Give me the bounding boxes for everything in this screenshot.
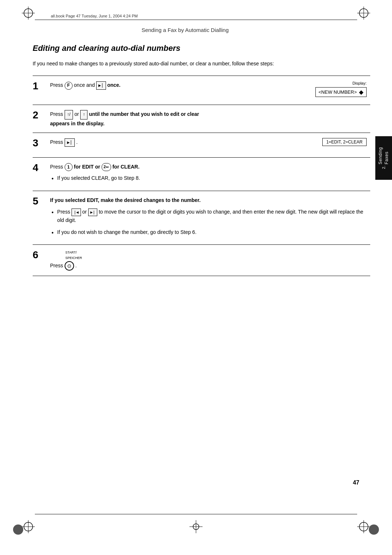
step-6: 6 START/SPEICHER Press ⊙ . bbox=[33, 245, 370, 276]
top-bar-line bbox=[35, 20, 357, 20]
step-4-for-edit: for EDIT or bbox=[74, 164, 102, 170]
step-5-bullet-2-text: If you do not wish to change the number,… bbox=[57, 228, 197, 236]
intro-text: If you need to make changes to a previou… bbox=[33, 60, 294, 68]
step-4-num1: 1 bbox=[65, 163, 73, 171]
display-box: <NEW NUMBER> ◆ bbox=[315, 87, 367, 97]
step-3-icon: ▶| bbox=[65, 138, 75, 147]
step-1-f-button: F bbox=[65, 82, 73, 90]
display-label: Display: bbox=[315, 81, 367, 85]
side-tab-number: 2. bbox=[381, 166, 386, 169]
corner-mark-bl bbox=[22, 520, 35, 533]
step-1-number: 1 bbox=[33, 81, 47, 91]
corner-mark-tr bbox=[357, 7, 370, 20]
step-5-icon1: |◀ bbox=[72, 208, 81, 216]
bottom-bar-line bbox=[35, 514, 357, 514]
step-2-icon2: ↑ bbox=[80, 110, 87, 119]
step-4-content: Press 1 for EDIT or 2ac for CLEAR. • If … bbox=[50, 163, 370, 186]
step-6-label: START/SPEICHER bbox=[65, 250, 370, 260]
step-3-number: 3 bbox=[33, 138, 47, 148]
step-2-rest: until the number that you wish to edit o… bbox=[89, 112, 199, 117]
step-6-number: 6 bbox=[33, 250, 47, 260]
step-5-content: If you selected EDIT, make the desired c… bbox=[50, 196, 370, 239]
step-2-content: Press ↑/ or ↑ until the number that you … bbox=[50, 110, 370, 127]
step-6-dot: . bbox=[75, 263, 77, 268]
step-2-press: Press bbox=[50, 112, 65, 117]
bullet-dot: • bbox=[52, 174, 54, 183]
side-tab: SendingFaxes 2. bbox=[375, 136, 392, 180]
corner-mark-br bbox=[357, 520, 370, 533]
step-4-for-clear: for CLEAR. bbox=[113, 164, 140, 170]
display-text: <NEW NUMBER> bbox=[319, 89, 357, 95]
step-4: 4 Press 1 for EDIT or 2ac for CLEAR. • I… bbox=[33, 158, 370, 191]
step-3-display: 1=EDIT, 2=CLEAR bbox=[322, 138, 367, 146]
section-title: Editing and clearing auto-dial numbers bbox=[33, 44, 370, 53]
step-4-press: Press bbox=[50, 164, 65, 170]
step-4-bullets: • If you selected CLEAR, go to Step 8. bbox=[52, 174, 370, 183]
step-5-bullet-1-text: Press |◀ or ▶| to move the cursor to the… bbox=[57, 208, 370, 224]
page-header: Sending a Fax by Automatic Dialling bbox=[0, 27, 370, 33]
step-5-bullets: • Press |◀ or ▶| to move the cursor to t… bbox=[52, 208, 370, 237]
step-5-main-text: If you selected EDIT, make the desired c… bbox=[50, 197, 201, 203]
file-info: all.book Page 47 Tuesday, June 1, 2004 4… bbox=[51, 14, 138, 18]
page-number: 47 bbox=[353, 479, 359, 486]
step-1-once: once. bbox=[107, 82, 121, 88]
step-1-icon2: ▶| bbox=[96, 81, 106, 90]
side-tab-text: SendingFaxes bbox=[377, 147, 390, 165]
bullet-dot-1: • bbox=[52, 208, 54, 217]
step-3-press: Press bbox=[50, 139, 65, 145]
step-1-display: Display: <NEW NUMBER> ◆ bbox=[315, 81, 367, 97]
step-1: 1 Press F once and ▶| once. Display: <NE… bbox=[33, 76, 370, 105]
step-1-press: Press bbox=[50, 82, 65, 88]
step-3: 3 Press ▶| . 1=EDIT, 2=CLEAR bbox=[33, 133, 370, 158]
step-2-icon1: ↑/ bbox=[65, 110, 73, 119]
step-2: 2 Press ↑/ or ↑ until the number that yo… bbox=[33, 105, 370, 133]
step-2-or: or bbox=[74, 112, 80, 117]
step-5: 5 If you selected EDIT, make the desired… bbox=[33, 191, 370, 245]
step-4-num2: 2ac bbox=[102, 163, 111, 171]
steps-container: 1 Press F once and ▶| once. Display: <NE… bbox=[33, 76, 370, 276]
step-5-bullet-2: • If you do not wish to change the numbe… bbox=[52, 228, 370, 238]
corner-circle-br bbox=[369, 524, 379, 535]
step-4-number: 4 bbox=[33, 163, 47, 173]
step-6-icon: ⊙ bbox=[65, 261, 74, 271]
step-2-number: 2 bbox=[33, 110, 47, 120]
step-3-dot: . bbox=[76, 139, 78, 145]
step-5-bullet-1: • Press |◀ or ▶| to move the cursor to t… bbox=[52, 208, 370, 224]
edit-clear-box: 1=EDIT, 2=CLEAR bbox=[322, 138, 367, 146]
step-4-bullet-1: • If you selected CLEAR, go to Step 8. bbox=[52, 174, 370, 183]
bullet-dot-2: • bbox=[52, 228, 54, 238]
main-content: Editing and clearing auto-dial numbers I… bbox=[33, 35, 370, 276]
step-4-bullet-text: If you selected CLEAR, go to Step 8. bbox=[57, 174, 140, 182]
step-5-icon2: ▶| bbox=[88, 208, 97, 216]
step-2-appears: appears in the display. bbox=[50, 121, 105, 126]
step-6-content: START/SPEICHER Press ⊙ . bbox=[50, 250, 370, 271]
step-1-once-and: once and bbox=[74, 82, 97, 88]
corner-circle-bl bbox=[13, 524, 23, 535]
step-5-number: 5 bbox=[33, 196, 47, 206]
corner-mark-bc bbox=[189, 520, 203, 533]
corner-mark-tl bbox=[22, 7, 35, 20]
step-6-press: Press bbox=[50, 263, 65, 268]
display-arrow-icon: ◆ bbox=[359, 89, 363, 96]
